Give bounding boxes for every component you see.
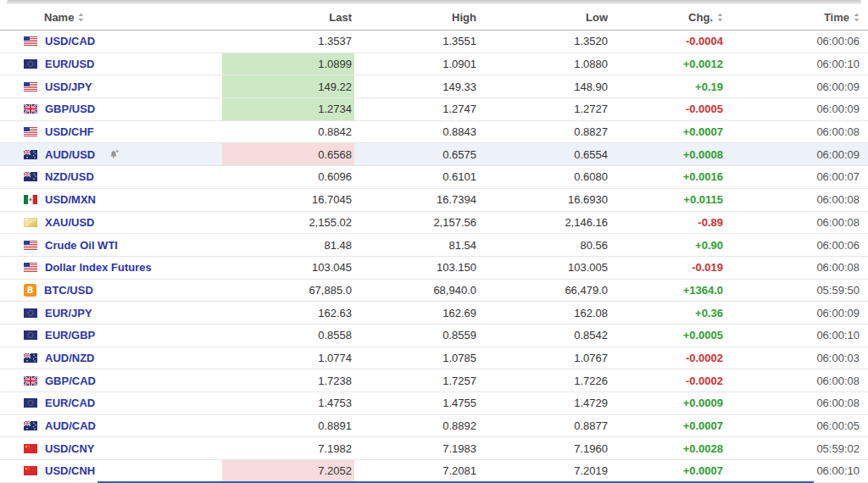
table-row[interactable]: Crude Oil WTI 81.48 81.54 80.56 +0.90 06…	[0, 234, 868, 257]
time-cell: 05:59:50	[726, 280, 868, 302]
time-cell: 06:00:08	[726, 212, 868, 234]
column-header-label: Last	[329, 11, 352, 24]
sort-arrows-icon	[717, 13, 723, 22]
svg-text:B: B	[27, 286, 34, 295]
instrument-name-cell: EUR/GBP	[0, 325, 222, 347]
instrument-name-cell: USD/JPY	[0, 75, 222, 97]
bell-plus-icon[interactable]	[108, 149, 120, 160]
low-cell: 1.4729	[479, 392, 610, 414]
instrument-link[interactable]: BTC/USD	[44, 284, 93, 297]
time-cell: 06:00:03	[726, 347, 868, 369]
instrument-link[interactable]: EUR/GBP	[45, 329, 95, 341]
instrument-link[interactable]: AUD/CAD	[45, 419, 96, 432]
instrument-name-cell: USD/CNY	[0, 437, 222, 459]
last-cell: 1.0899	[222, 53, 354, 75]
table-row[interactable]: B BTC/USD 67,885.0 68,940.0 66,479.0 +13…	[0, 280, 868, 303]
low-cell: 0.8877	[479, 415, 610, 437]
instrument-link[interactable]: USD/MXN	[45, 193, 96, 206]
last-cell: 0.8558	[222, 325, 354, 347]
time-cell: 06:00:08	[726, 189, 868, 211]
flag-cn-icon	[24, 466, 37, 475]
instrument-link[interactable]: NZD/USD	[45, 170, 94, 183]
low-cell: 1.0767	[479, 347, 610, 369]
high-cell: 1.0901	[354, 53, 479, 75]
time-cell: 06:00:10	[726, 460, 868, 482]
table-row[interactable]: USD/JPY 149.22 149.33 148.90 +0.19 06:00…	[0, 75, 868, 98]
change-cell: -0.0002	[610, 369, 726, 391]
column-header-chg[interactable]: Chg.	[610, 11, 726, 24]
high-cell: 7.1983	[354, 437, 479, 459]
instrument-link[interactable]: EUR/CAD	[45, 397, 95, 409]
change-cell: +1364.0	[610, 280, 726, 302]
table-row[interactable]: EUR/CAD 1.4753 1.4755 1.4729 +0.0009 06:…	[0, 392, 868, 415]
change-cell: -0.019	[610, 257, 726, 279]
table-row[interactable]: AUD/NZD 1.0774 1.0785 1.0767 -0.0002 06:…	[0, 347, 868, 370]
instrument-link[interactable]: EUR/USD	[45, 58, 95, 70]
instrument-link[interactable]: Dollar Index Futures	[45, 261, 152, 274]
instrument-link[interactable]: Crude Oil WTI	[45, 239, 118, 252]
column-header-time[interactable]: Time	[726, 11, 868, 24]
instrument-link[interactable]: GBP/USD	[45, 103, 95, 115]
instrument-link[interactable]: USD/CNY	[45, 442, 95, 455]
last-cell: 0.6096	[222, 166, 354, 188]
column-header-name[interactable]: Name	[0, 11, 222, 24]
time-cell: 06:00:09	[726, 302, 868, 324]
instrument-link[interactable]: USD/JPY	[45, 80, 92, 93]
high-cell: 68,940.0	[354, 280, 479, 302]
high-cell: 16.7394	[354, 189, 479, 211]
table-row[interactable]: USD/MXN 16.7045 16.7394 16.6930 +0.0115 …	[0, 189, 868, 212]
table-row[interactable]: EUR/GBP 0.8558 0.8559 0.8542 +0.0005 06:…	[0, 325, 868, 347]
table-row[interactable]: GBP/CAD 1.7238 1.7257 1.7226 -0.0002 06:…	[0, 369, 868, 392]
high-cell: 0.8892	[354, 415, 479, 437]
instrument-link[interactable]: USD/CAD	[45, 35, 95, 47]
low-cell: 1.7226	[479, 369, 610, 391]
instrument-link[interactable]: GBP/CAD	[45, 375, 96, 387]
table-row[interactable]: XAU/USD 2,155.02 2,157.56 2,146.16 -0.89…	[0, 212, 868, 235]
instrument-link[interactable]: EUR/JPY	[45, 307, 92, 319]
column-header-high: High	[354, 11, 479, 24]
high-cell: 0.6101	[354, 166, 479, 188]
low-cell: 7.1960	[479, 437, 610, 459]
change-cell: -0.0005	[610, 98, 726, 120]
table-row[interactable]: USD/CHF 0.8842 0.8843 0.8827 +0.0007 06:…	[0, 121, 868, 144]
table-row[interactable]: AUD/USD 0.6568 0.6575 0.6554 +0.0008 06:…	[0, 143, 868, 166]
table-row[interactable]: EUR/USD 1.0899 1.0901 1.0880 +0.0012 06:…	[0, 53, 868, 76]
last-cell: 1.3537	[222, 31, 354, 53]
instrument-name-cell: Dollar Index Futures	[0, 257, 222, 279]
table-row[interactable]: NZD/USD 0.6096 0.6101 0.6080 +0.0016 06:…	[0, 166, 868, 189]
table-row[interactable]: USD/CAD 1.3537 1.3551 1.3520 -0.0004 06:…	[0, 31, 868, 53]
sort-arrows-icon	[78, 13, 84, 22]
table-row[interactable]: Dollar Index Futures 103.045 103.150 103…	[0, 257, 868, 280]
high-cell: 81.54	[354, 234, 479, 256]
change-cell: +0.0008	[610, 143, 726, 165]
table-row[interactable]: AUD/CAD 0.8891 0.8892 0.8877 +0.0007 06:…	[0, 415, 868, 438]
low-cell: 148.90	[479, 75, 610, 97]
table-row[interactable]: USD/CNH 7.2052 7.2081 7.2019 +0.0007 06:…	[0, 460, 868, 483]
table-row[interactable]: USD/CNY 7.1982 7.1983 7.1960 +0.0028 05:…	[0, 437, 868, 460]
last-cell: 7.2052	[222, 460, 354, 482]
instrument-link[interactable]: USD/CNH	[45, 464, 95, 477]
flag-gold-icon	[24, 218, 37, 227]
flag-mx-icon	[24, 195, 37, 204]
high-cell: 0.8843	[354, 121, 479, 143]
table-row[interactable]: GBP/USD 1.2734 1.2747 1.2727 -0.0005 06:…	[0, 98, 868, 121]
high-cell: 2,157.56	[354, 212, 479, 234]
instrument-link[interactable]: USD/CHF	[45, 125, 94, 138]
time-cell: 06:00:08	[726, 392, 868, 414]
high-cell: 0.8559	[354, 325, 479, 347]
table-row[interactable]: EUR/JPY 162.63 162.69 162.08 +0.36 06:00…	[0, 302, 868, 325]
instrument-link[interactable]: AUD/USD	[45, 148, 95, 161]
last-cell: 1.0774	[222, 347, 354, 369]
instrument-name-cell: EUR/JPY	[0, 302, 222, 324]
change-cell: +0.0007	[610, 415, 726, 437]
instrument-name-cell: EUR/CAD	[0, 392, 222, 414]
change-cell: +0.36	[610, 302, 726, 324]
instrument-name-cell: XAU/USD	[0, 212, 222, 234]
low-cell: 16.6930	[479, 189, 610, 211]
instrument-link[interactable]: XAU/USD	[45, 216, 95, 229]
time-cell: 06:00:09	[726, 143, 868, 165]
instrument-link[interactable]: AUD/NZD	[45, 352, 95, 364]
low-cell: 1.2727	[479, 98, 610, 120]
time-cell: 06:00:06	[726, 234, 868, 256]
instrument-name-cell: GBP/USD	[0, 98, 222, 120]
